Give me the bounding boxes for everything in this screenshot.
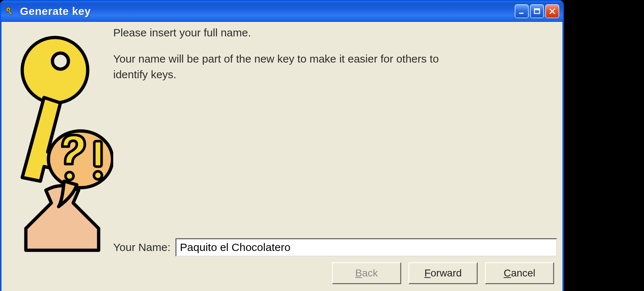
svg-point-11: [94, 171, 102, 179]
caption-buttons: [515, 4, 559, 18]
instruction-line-2: Your name will be part of the new key to…: [113, 51, 463, 83]
svg-point-1: [8, 9, 9, 10]
forward-button[interactable]: Forward: [408, 262, 478, 284]
titlebar[interactable]: Generate key: [1, 1, 563, 22]
app-key-icon: [5, 6, 16, 17]
svg-point-6: [22, 37, 88, 103]
svg-rect-5: [534, 9, 540, 10]
name-input[interactable]: [175, 238, 557, 256]
cancel-button[interactable]: Cancel: [485, 262, 554, 284]
svg-point-7: [52, 53, 68, 69]
generate-key-window: Generate key: [0, 0, 564, 291]
minimize-button[interactable]: [515, 4, 529, 18]
svg-point-9: [66, 172, 74, 180]
svg-rect-2: [8, 11, 12, 15]
back-button: Back: [332, 262, 401, 284]
svg-rect-10: [94, 141, 102, 167]
name-field-label: Your Name:: [113, 241, 170, 254]
maximize-button[interactable]: [530, 4, 544, 18]
svg-rect-3: [519, 13, 524, 14]
minimize-icon: [518, 8, 525, 15]
wizard-graphic: [4, 25, 113, 289]
close-icon: [549, 8, 556, 15]
window-title: Generate key: [20, 5, 510, 17]
close-button[interactable]: [545, 4, 559, 18]
wizard-content: Please insert your full name. Your name …: [113, 25, 557, 289]
client-area: Please insert your full name. Your name …: [1, 22, 563, 291]
wizard-buttons: Back Forward Cancel: [332, 262, 554, 284]
instruction-line-1: Please insert your full name.: [113, 25, 463, 41]
maximize-icon: [533, 8, 541, 15]
name-field-row: Your Name:: [113, 238, 557, 256]
key-question-icon: [4, 25, 113, 258]
